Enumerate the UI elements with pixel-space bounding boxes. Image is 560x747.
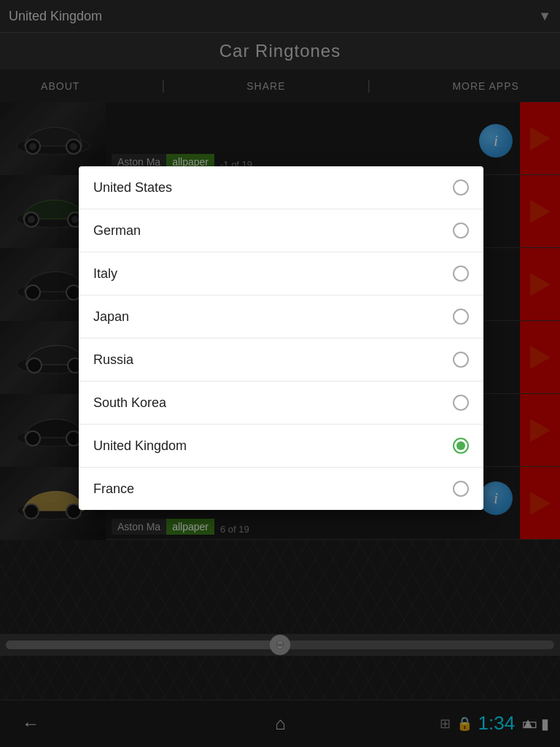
- option-label: Japan: [93, 309, 129, 325]
- radio-south-korea[interactable]: [453, 395, 469, 411]
- dialog-option-united-states[interactable]: United States: [79, 166, 483, 209]
- option-label: Russia: [93, 352, 133, 368]
- dialog-option-south-korea[interactable]: South Korea: [79, 382, 483, 425]
- option-label: France: [93, 481, 134, 497]
- option-label: United Kingdom: [93, 438, 187, 454]
- radio-france[interactable]: [453, 481, 469, 497]
- radio-russia[interactable]: [453, 352, 469, 368]
- radio-united-states[interactable]: [453, 179, 469, 196]
- dialog-option-france[interactable]: France: [79, 468, 483, 510]
- option-label: South Korea: [93, 395, 166, 411]
- option-label: German: [93, 223, 141, 239]
- dialog-option-italy[interactable]: Italy: [79, 252, 483, 295]
- dialog-option-russia[interactable]: Russia: [79, 338, 483, 382]
- radio-united-kingdom[interactable]: [453, 438, 469, 454]
- option-label: United States: [93, 180, 172, 196]
- dialog-option-united-kingdom[interactable]: United Kingdom: [79, 425, 483, 468]
- option-label: Italy: [93, 266, 117, 282]
- radio-german[interactable]: [453, 222, 469, 239]
- radio-dot: [456, 441, 465, 450]
- dialog-option-japan[interactable]: Japan: [79, 295, 483, 338]
- country-dropdown-dialog: United StatesGermanItalyJapanRussiaSouth…: [79, 166, 483, 510]
- radio-italy[interactable]: [453, 266, 469, 282]
- radio-japan[interactable]: [453, 309, 469, 325]
- dialog-option-german[interactable]: German: [79, 209, 483, 252]
